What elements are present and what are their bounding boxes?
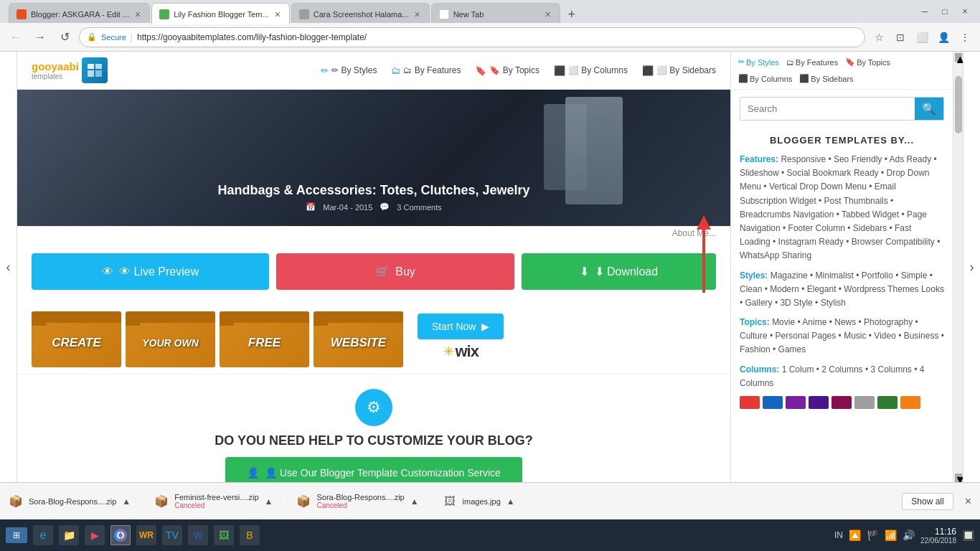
sidebar-nav-columns[interactable]: ⬛ By Columns xyxy=(738,74,792,83)
cast-button[interactable]: ⊡ xyxy=(891,28,910,47)
nav-link-sidebars[interactable]: ⬛ ⬜ By Sidebars xyxy=(642,65,716,76)
pencil-icon: ✏ xyxy=(321,65,329,76)
tab-close-1[interactable]: × xyxy=(133,7,142,22)
chrome-icon xyxy=(114,529,127,542)
sidebar-nav-links: ✏ By Styles 🗂 By Features 🔖 By Topics ⬛ … xyxy=(738,57,946,83)
dl-separator-3 xyxy=(430,491,431,512)
clock-time: 11:16 xyxy=(935,527,956,537)
scrollbar-down-button[interactable]: ▼ xyxy=(955,474,962,482)
topics-label: Topics: xyxy=(740,317,770,327)
start-button[interactable]: ⊞ xyxy=(6,527,27,543)
scrollbar-up-button[interactable]: ▲ xyxy=(955,53,962,62)
color-dot-gray xyxy=(854,396,875,409)
search-box: 🔍 xyxy=(740,97,944,121)
sidebar-nav-features[interactable]: 🗂 By Features xyxy=(786,57,838,67)
minimize-button[interactable]: ─ xyxy=(915,4,934,19)
download-name-3: Sora-Blog-Respons....zip xyxy=(316,493,404,501)
start-now-button[interactable]: Start Now ▶ xyxy=(418,314,504,339)
features-label: Features: xyxy=(740,154,778,164)
taskbar-photo-icon[interactable]: 🖼 xyxy=(214,525,234,545)
download-icon: ⬇ xyxy=(580,265,589,278)
customize-btn-label: 👤 Use Our Blogger Template Customization… xyxy=(265,467,501,479)
windows-icon: ⊞ xyxy=(13,530,20,540)
download-info-1: Sora-Blog-Respons....zip xyxy=(29,497,116,506)
topics-icon-sidebar: 🔖 xyxy=(845,57,855,67)
styles-text: Magazine • Minimalist • Portfolio • Simp… xyxy=(740,270,944,308)
download-info-3: Sora-Blog-Respons....zip Canceled xyxy=(316,493,404,509)
flag-icon: 🏴 xyxy=(867,529,879,541)
nav-link-columns[interactable]: ⬛ ⬜ By Columns xyxy=(554,65,628,76)
taskbar-word-icon[interactable]: W xyxy=(188,525,208,545)
search-icon: 🔍 xyxy=(922,102,936,116)
taskbar-chrome-icon[interactable] xyxy=(110,525,131,545)
maximize-button[interactable]: □ xyxy=(936,4,954,19)
tab-label-4: New Tab xyxy=(453,10,540,19)
winrar-icon: WR xyxy=(139,530,154,540)
scrollbar-thumb[interactable] xyxy=(955,76,962,133)
search-input[interactable] xyxy=(740,98,915,120)
sidebars-icon-sidebar: ⬛ xyxy=(799,74,809,83)
tab-lily[interactable]: Lily Fashion Blogger Tem... × xyxy=(151,3,290,24)
back-button[interactable]: ← xyxy=(6,27,26,47)
logo-sub: templates xyxy=(32,72,79,80)
live-preview-button[interactable]: 👁 👁 Live Preview xyxy=(32,253,269,290)
sidebar-nav-styles[interactable]: ✏ By Styles xyxy=(738,57,779,67)
show-all-button[interactable]: Show all xyxy=(902,493,953,510)
tab-newtab[interactable]: New Tab × xyxy=(431,3,560,24)
download-bar-close[interactable]: × xyxy=(965,495,971,508)
search-button[interactable]: 🔍 xyxy=(915,98,943,120)
taskbar-teamviewer-icon[interactable]: TV xyxy=(162,525,182,545)
tab-cara[interactable]: Cara Screenshot Halama... × xyxy=(291,3,430,24)
tab-blogger[interactable]: Blogger: ASKGARA - Edit ... × xyxy=(9,3,150,24)
dl-separator-2 xyxy=(284,491,285,512)
customize-button[interactable]: 👤 👤 Use Our Blogger Template Customizati… xyxy=(225,457,522,482)
download-arrow-1[interactable]: ▲ xyxy=(122,496,131,507)
new-tab-button[interactable]: + xyxy=(562,4,582,24)
forward-button[interactable]: → xyxy=(30,27,50,47)
topics-text: Movie • Anime • News • Photography • Cul… xyxy=(740,317,944,354)
taskbar-winrar-icon[interactable]: WR xyxy=(136,525,156,545)
scroll-left-arrow[interactable]: ‹ xyxy=(0,52,17,482)
vertical-scrollbar[interactable]: ▲ ▼ xyxy=(953,52,963,482)
close-button[interactable]: × xyxy=(956,4,974,19)
taskbar-right: IN 🔼 🏴 📶 🔊 11:16 22/06/2018 🔲 xyxy=(834,527,974,545)
download-arrow-2[interactable]: ▲ xyxy=(265,496,273,507)
taskbar-media-icon[interactable]: ▶ xyxy=(85,525,105,545)
taskbar-blog-icon[interactable]: B xyxy=(240,525,260,545)
blog-preview: Handbags & Accessories: Totes, Clutches,… xyxy=(17,90,730,226)
screenshot-button[interactable]: ⬜ xyxy=(913,28,931,47)
sidebar-nav-sidebars[interactable]: ⬛ By Sidebars xyxy=(799,74,853,83)
sidebar-nav-topics[interactable]: 🔖 By Topics xyxy=(845,57,890,67)
columns-label: Columns: xyxy=(740,364,779,375)
nav-link-styles[interactable]: ✏ ✏ By Styles xyxy=(321,65,377,76)
features-text: Responsive • Seo Friendly • Ads Ready • … xyxy=(740,154,940,260)
tab-close-2[interactable]: × xyxy=(273,7,282,22)
menu-button[interactable]: ⋮ xyxy=(956,28,974,47)
action-center-icon: 🔲 xyxy=(962,529,974,541)
person-button[interactable]: 👤 xyxy=(934,28,953,47)
nav-link-features[interactable]: 🗂 🗂 By Features xyxy=(391,65,461,76)
buy-button[interactable]: 🛒 Buy xyxy=(276,253,514,290)
nav-link-topics[interactable]: 🔖 🔖 By Topics xyxy=(475,65,539,76)
download-arrow-3[interactable]: ▲ xyxy=(410,496,419,507)
tab-close-4[interactable]: × xyxy=(543,7,552,22)
reload-button[interactable]: ↺ xyxy=(55,27,75,47)
styles-label: Styles: xyxy=(740,270,768,281)
tab-close-3[interactable]: × xyxy=(413,7,421,22)
bookmark-button[interactable]: ☆ xyxy=(870,28,888,47)
tab-label-1: Blogger: ASKGARA - Edit ... xyxy=(31,10,129,19)
scroll-right-arrow[interactable]: › xyxy=(963,52,980,482)
sidebar-search-area: 🔍 xyxy=(731,90,953,128)
download-arrow-4[interactable]: ▲ xyxy=(507,496,515,507)
download-info-4: images.jpg xyxy=(463,497,501,506)
blog-title: Handbags & Accessories: Totes, Clutches,… xyxy=(88,183,659,198)
red-arrow xyxy=(684,214,723,300)
taskbar-ie-icon[interactable]: e xyxy=(33,525,53,545)
taskbar-explorer-icon[interactable]: 📁 xyxy=(59,525,79,545)
customize-title: DO YOU NEED HELP TO CUSTOMIZE YOUR BLOG? xyxy=(32,433,716,448)
address-bar[interactable]: 🔒 Secure | https://gooyaabitemplates.com… xyxy=(79,27,865,47)
blog-date: Mar-04 - 2015 xyxy=(323,203,372,212)
tab-label-3: Cara Screenshot Halama... xyxy=(314,10,409,19)
banner-label-yourown: YOUR OWN xyxy=(126,311,215,367)
secure-text: Secure xyxy=(101,33,126,42)
